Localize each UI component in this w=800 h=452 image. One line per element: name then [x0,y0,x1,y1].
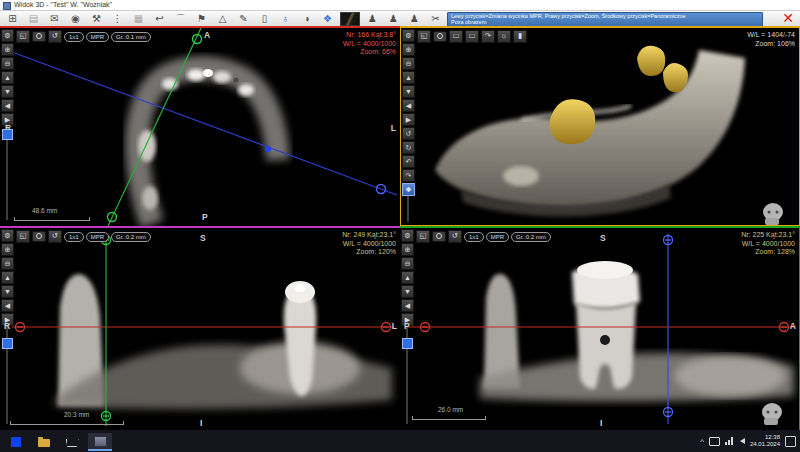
thickness-button[interactable]: Gr.:0.2 mm [511,232,551,242]
axial-scene[interactable] [0,28,398,226]
close-icon[interactable]: ✕ [782,10,794,26]
expand-icon[interactable]: ◱ [16,230,30,243]
rotate-ccw-icon[interactable]: ↺ [402,127,415,140]
rotate-cw-icon[interactable]: ↻ [402,141,415,154]
display-icon[interactable]: ▭ [449,30,463,43]
roll-cw-icon[interactable]: ↷ [402,169,415,182]
implant-screw-icon[interactable]: ⋮ [109,12,126,26]
wrench-icon[interactable]: ⚙ [1,229,14,242]
pan-down-icon[interactable]: ▼ [1,285,14,298]
pan-down-icon[interactable]: ▼ [401,285,414,298]
eraser-icon[interactable]: ▯ [256,12,273,26]
start-button[interactable] [4,433,28,449]
network-icon[interactable] [725,437,735,445]
callout-icon[interactable]: ⚑ [193,12,210,26]
layout-icon[interactable]: ⊞ [4,12,21,26]
volume-3d-scene[interactable] [401,28,799,225]
person-hat-icon[interactable]: ♟ [385,12,402,26]
tray-chevron-icon[interactable]: ^ [700,437,704,446]
contrast-icon[interactable]: ◑ [298,12,315,26]
tmj-ruler-icon[interactable]: △ [214,12,231,26]
pan-left-icon[interactable]: ◀ [1,99,14,112]
taskbar-store[interactable] [60,433,84,449]
taskbar-clock[interactable]: 12:38 24.01.2024 [750,434,780,448]
camera-icon[interactable] [432,231,446,242]
thermometer-icon[interactable]: ▮ [513,30,527,43]
roll-ccw-icon[interactable]: ↶ [402,155,415,168]
tools-icon[interactable]: ⚒ [88,12,105,26]
orientation-head-icon[interactable] [763,203,783,225]
expand-icon[interactable]: ◱ [416,230,430,243]
display-2-icon[interactable]: ▭ [465,30,479,43]
zoom-in-icon[interactable]: ⊕ [1,43,14,56]
zoom-out-icon[interactable]: ⊖ [401,257,414,270]
cross-a-slider-handle[interactable] [2,338,13,349]
speaker-icon[interactable] [740,438,745,444]
annotation-pen-icon[interactable]: ✎ [235,12,252,26]
reset-icon[interactable]: ↺ [48,30,62,43]
camera-icon[interactable] [32,231,46,242]
scissors-icon[interactable]: ✂ [427,12,444,26]
wrench-icon[interactable]: ⚙ [401,229,414,242]
notification-center-icon[interactable] [785,436,796,447]
pan-up-icon[interactable]: ▲ [402,71,415,84]
save-icon[interactable]: ▤ [25,12,42,26]
reset-icon[interactable]: ↺ [48,230,62,243]
view-3d-icon[interactable]: ❖ [402,183,415,196]
cross-b-slider-handle[interactable] [402,338,413,349]
pan-left-icon[interactable]: ◀ [1,299,14,312]
taskbar-imaging-app[interactable] [88,433,112,451]
pan-up-icon[interactable]: ▲ [1,71,14,84]
pan-left-icon[interactable]: ◀ [402,99,415,112]
light-icon[interactable]: ☼ [497,30,511,43]
image-thumbnail-icon[interactable] [340,12,360,26]
camera-icon[interactable] [433,31,447,42]
panel-icon[interactable]: ▦ [130,12,147,26]
cross-b-scene[interactable] [400,228,798,430]
layout-1x1-button[interactable]: 1x1 [64,232,84,242]
axis-3d-icon[interactable]: ♁ [277,12,294,26]
person-search-icon[interactable]: ♟ [406,12,423,26]
root-canal [600,335,610,345]
contrast-donut-icon[interactable]: ◉ [67,12,84,26]
wrench-icon[interactable]: ⚙ [402,29,415,42]
camera-icon[interactable] [32,31,46,42]
thickness-button[interactable]: Gr.:0.2 mm [111,232,151,242]
pan-down-icon[interactable]: ▼ [1,85,14,98]
mpr-button[interactable]: MPR [86,32,109,42]
pan-right-icon[interactable]: ▶ [402,113,415,126]
expand-icon[interactable]: ◱ [16,30,30,43]
person-settings-icon[interactable]: ♟ [364,12,381,26]
pan-up-icon[interactable]: ▲ [401,271,414,284]
zoom-in-icon[interactable]: ⊕ [401,243,414,256]
undo-icon[interactable]: ↩ [151,12,168,26]
zoom-out-icon[interactable]: ⊖ [402,57,415,70]
curve-icon[interactable]: ↷ [481,30,495,43]
pan-left-icon[interactable]: ◀ [401,299,414,312]
layout-1x1-button[interactable]: 1x1 [64,32,84,42]
cross-b-overlay: Nr: 225 Kąt:23.1° W/L = 4000/1000 Zoom: … [741,231,795,257]
panorama-icon[interactable]: ⌒ [172,12,189,26]
axial-slider-handle[interactable] [2,129,13,140]
reset-icon[interactable]: ↺ [448,230,462,243]
zoom-in-icon[interactable]: ⊕ [402,43,415,56]
cross-a-scene[interactable] [0,228,400,430]
zoom-in-icon[interactable]: ⊕ [1,243,14,256]
zoom-out-icon[interactable]: ⊖ [1,57,14,70]
cube-3d-icon[interactable]: ❖ [319,12,336,26]
wrench-icon[interactable]: ⚙ [1,29,14,42]
pan-down-icon[interactable]: ▼ [402,85,415,98]
zoom-out-icon[interactable]: ⊖ [1,257,14,270]
orientation-head-icon[interactable] [762,403,782,425]
mpr-button[interactable]: MPR [486,232,509,242]
thickness-button[interactable]: Gr.:0.1 mm [111,32,151,42]
pan-up-icon[interactable]: ▲ [1,271,14,284]
display-tray-icon[interactable] [709,437,720,446]
taskbar-explorer[interactable] [32,433,56,449]
pane-axial: ⚙ ⊕ ⊖ ▲ ▼ ◀ ▶ ◱ ↺ 1x1 MPR Gr.:0.1 mm Nr:… [0,26,400,226]
comment-icon[interactable]: ✉ [46,12,63,26]
mpr-button[interactable]: MPR [86,232,109,242]
layout-1x1-button[interactable]: 1x1 [464,232,484,242]
cross-a-scale-label: 20.3 mm [64,411,89,418]
expand-icon[interactable]: ◱ [417,30,431,43]
